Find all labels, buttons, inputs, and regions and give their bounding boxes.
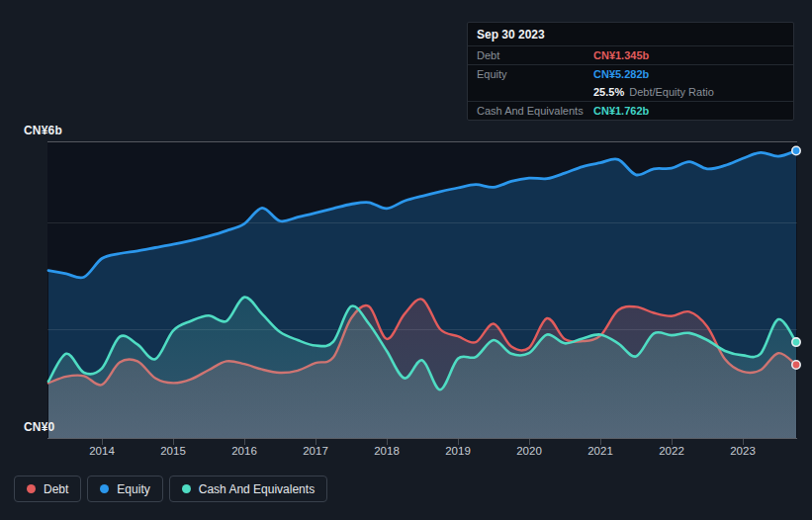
x-tick-label: 2017 — [303, 445, 328, 457]
chart-legend: Debt Equity Cash And Equivalents — [14, 476, 327, 502]
tooltip-debt-value: CN¥1.345b — [593, 49, 649, 61]
tooltip-ratio-value: 25.5% — [593, 86, 624, 98]
cash-end-marker — [792, 338, 800, 346]
x-tick-label: 2015 — [160, 445, 186, 457]
legend-item-equity[interactable]: Equity — [87, 476, 162, 502]
chart-tooltip: Sep 30 2023 Debt CN¥1.345b Equity CN¥5.2… — [467, 22, 794, 121]
tooltip-debt-row: Debt CN¥1.345b — [468, 46, 793, 65]
x-tick-label: 2019 — [445, 445, 471, 457]
equity-end-marker — [792, 146, 800, 154]
y-axis-min-label: CN¥0 — [24, 420, 54, 434]
cash-series-dot — [182, 484, 191, 493]
debt-series-dot — [27, 484, 36, 493]
y-axis-max-label: CN¥6b — [24, 124, 62, 137]
x-tick-label: 2021 — [587, 445, 613, 457]
tooltip-cash-value: CN¥1.762b — [593, 105, 649, 117]
legend-item-debt[interactable]: Debt — [14, 476, 81, 502]
x-tick-label: 2023 — [730, 445, 756, 457]
x-tick-label: 2014 — [89, 445, 115, 457]
tooltip-debt-label: Debt — [477, 49, 593, 61]
legend-item-debt-label: Debt — [44, 482, 68, 496]
legend-item-cash-label: Cash And Equivalents — [199, 482, 315, 496]
debt-end-marker — [792, 361, 800, 369]
legend-item-cash[interactable]: Cash And Equivalents — [169, 476, 327, 502]
tooltip-date: Sep 30 2023 — [468, 23, 793, 46]
debt-equity-history-chart-panel: 2014201520162017201820192020202120222023… — [0, 0, 812, 520]
equity-series-dot — [100, 484, 109, 493]
legend-item-equity-label: Equity — [117, 482, 149, 496]
tooltip-equity-value: CN¥5.282b — [593, 68, 649, 80]
x-tick-label: 2022 — [659, 445, 684, 457]
x-tick-label: 2020 — [516, 445, 542, 457]
tooltip-cash-row: Cash And Equivalents CN¥1.762b — [468, 102, 793, 120]
x-tick-label: 2016 — [231, 445, 257, 457]
tooltip-cash-label: Cash And Equivalents — [477, 105, 593, 117]
tooltip-equity-row: Equity CN¥5.282b — [468, 65, 793, 83]
x-tick-label: 2018 — [374, 445, 400, 457]
tooltip-equity-label: Equity — [477, 68, 593, 80]
tooltip-ratio-label: Debt/Equity Ratio — [629, 86, 714, 98]
tooltip-ratio-row: 25.5%Debt/Equity Ratio — [468, 83, 793, 102]
